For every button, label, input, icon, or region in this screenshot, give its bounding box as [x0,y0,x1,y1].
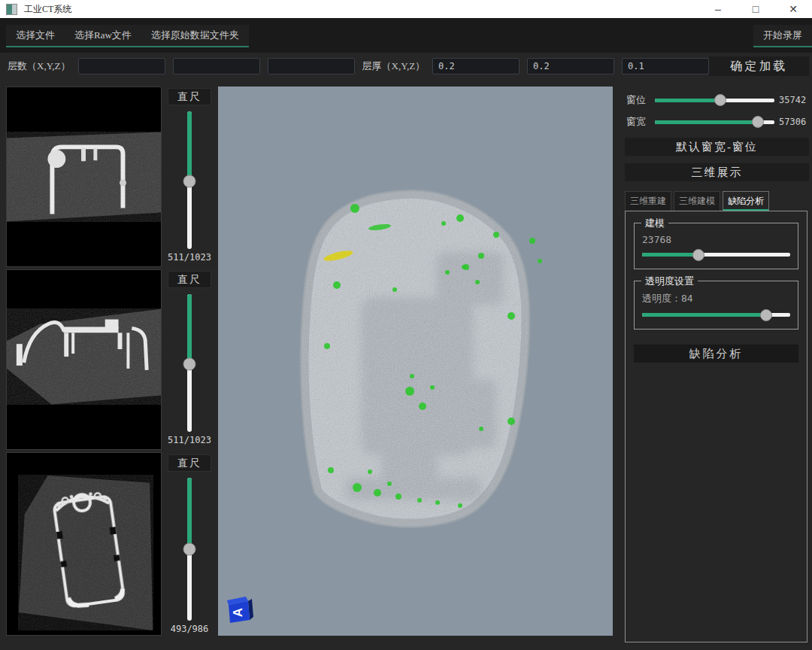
toolbar-file-group: 选择文件 选择Raw文件 选择原始数据文件夹 [6,25,249,47]
tab-3d-modeling[interactable]: 三维建模 [674,191,720,211]
layers-y-input[interactable] [173,58,260,74]
start-record-button[interactable]: 开始录屏 [753,25,812,46]
slice2-slider-handle[interactable] [183,358,196,371]
modeling-group-title: 建模 [641,217,668,230]
window-width-label: 窗宽 [626,115,650,129]
slice1-slider-handle[interactable] [183,175,196,188]
window-width-handle[interactable] [752,116,764,128]
slice2-position: 511/1023 [168,435,211,445]
toolbar: 选择文件 选择Raw文件 选择原始数据文件夹 开始录屏 [0,18,812,53]
window-level-slider[interactable] [655,99,774,102]
slice1-slider-fill [187,111,192,181]
viewport-3d[interactable]: A [218,87,613,636]
app-icon [6,4,17,15]
defect-analysis-panel: 建模 23768 透明度设置 透明度：84 缺陷分析 [625,211,807,642]
ruler-button-2[interactable]: 直尺 [168,271,211,288]
window-width-row: 窗宽 57306 [626,114,810,130]
slice2-slider-column: 直尺 511/1023 [162,271,217,447]
thickness-z-input[interactable] [622,58,709,74]
opacity-value: 透明度：84 [642,292,790,305]
slice1-position: 511/1023 [168,252,211,263]
window-level-label: 窗位 [626,93,650,107]
slice2-slider[interactable] [187,294,192,432]
confirm-load-button[interactable]: 确定加载 [709,56,809,76]
tab-3d-reconstruction[interactable]: 三维重建 [625,191,671,211]
opacity-group: 透明度设置 透明度：84 [634,281,798,330]
title-bar: 工业CT系统 – □ ✕ [0,0,812,18]
opacity-group-title: 透明度设置 [641,275,698,288]
thickness-y-input[interactable] [527,58,614,74]
slice3-slider-handle[interactable] [183,543,196,556]
window-level-handle[interactable] [714,94,726,106]
ruler-button-1[interactable]: 直尺 [168,88,211,105]
select-folder-button[interactable]: 选择原始数据文件夹 [141,25,249,46]
minimize-button[interactable]: – [699,0,737,18]
opacity-slider[interactable] [642,313,790,317]
run-defect-analysis-button[interactable]: 缺陷分析 [634,345,798,363]
window-level-fill [655,99,720,102]
layers-label: 层数（X,Y,Z） [8,59,71,73]
display-3d-button[interactable]: 三维展示 [625,163,809,181]
slice1-slider[interactable] [187,111,192,249]
modeling-slider-handle[interactable] [692,249,704,261]
right-panel: 窗位 35742 窗宽 57306 默认窗宽-窗位 三维展示 三维重建 三维建模… [620,87,812,650]
default-window-button[interactable]: 默认窗宽-窗位 [625,138,809,156]
slice2-slider-fill [187,294,192,364]
window-width-value: 57306 [779,117,810,127]
thickness-label: 层厚（X,Y,Z） [362,59,426,73]
maximize-button[interactable]: □ [737,0,774,18]
layers-x-input[interactable] [78,58,165,74]
modeling-slider-fill [642,253,698,257]
scanned-object [218,87,613,636]
analysis-tabs: 三维重建 三维建模 缺陷分析 [625,191,812,211]
slice3-slider-fill [187,478,192,549]
toolbar-record-group: 开始录屏 [753,25,812,47]
window-level-value: 35742 [779,95,810,105]
tab-defect-analysis[interactable]: 缺陷分析 [723,191,769,211]
select-raw-button[interactable]: 选择Raw文件 [65,25,141,46]
modeling-value: 23768 [642,234,790,245]
layers-z-input[interactable] [268,58,355,74]
slice3-slider-column: 直尺 493/986 [162,454,217,636]
window-width-fill [655,120,758,124]
modeling-group: 建模 23768 [634,223,798,269]
slice3-slider[interactable] [187,478,192,621]
logo-letter: A [231,608,245,617]
window-title: 工业CT系统 [24,3,71,16]
viewer-logo-cube: A [226,596,256,626]
thickness-x-input[interactable] [432,58,520,74]
ct-slice-view-sagittal[interactable] [6,452,162,636]
modeling-slider[interactable] [642,253,790,257]
ct-slice-view-axial[interactable] [6,87,162,267]
opacity-slider-fill [642,313,766,317]
select-file-button[interactable]: 选择文件 [6,25,65,46]
close-button[interactable]: ✕ [774,0,812,18]
parameter-row: 层数（X,Y,Z） 层厚（X,Y,Z） 确定加载 [0,53,812,80]
window-level-row: 窗位 35742 [626,92,810,108]
window-width-slider[interactable] [655,120,774,124]
opacity-slider-handle[interactable] [760,309,772,321]
ruler-button-3[interactable]: 直尺 [168,454,211,472]
slice1-slider-column: 直尺 511/1023 [162,88,217,264]
slice3-position: 493/986 [171,624,209,634]
app-window: 工业CT系统 – □ ✕ 选择文件 选择Raw文件 选择原始数据文件夹 开始录屏… [0,0,812,650]
ct-slice-view-coronal[interactable] [6,269,162,450]
window-controls: – □ ✕ [699,0,812,18]
